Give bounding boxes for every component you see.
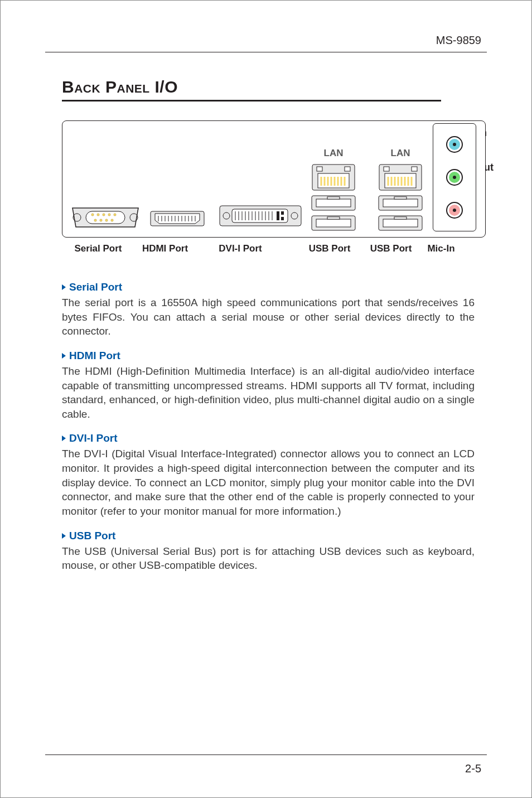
audio-jack-blue-icon bbox=[446, 136, 463, 153]
svg-rect-44 bbox=[281, 211, 284, 215]
svg-rect-60 bbox=[327, 197, 340, 199]
serial-port-icon bbox=[69, 200, 142, 231]
label-usb-2: USB Port bbox=[363, 243, 419, 254]
lan-usb-block-1: LAN bbox=[303, 131, 364, 231]
lan-usb-block-2: LAN bbox=[370, 131, 431, 231]
bullet-arrow-icon bbox=[62, 353, 66, 359]
lan-label-2: LAN bbox=[391, 148, 410, 159]
svg-point-84 bbox=[453, 143, 456, 146]
heading-hdmi: HDMI Port bbox=[62, 350, 475, 362]
para-hdmi: The HDMI (High-Definition Multimedia Int… bbox=[62, 364, 475, 422]
svg-rect-59 bbox=[316, 199, 351, 207]
svg-point-11 bbox=[105, 219, 108, 221]
heading-usb: USB Port bbox=[62, 530, 475, 542]
svg-point-10 bbox=[100, 219, 102, 221]
model-number: MS-9859 bbox=[436, 34, 481, 47]
heading-usb-text: USB Port bbox=[69, 530, 115, 542]
svg-rect-66 bbox=[412, 167, 417, 171]
dvi-i-port-icon bbox=[219, 204, 302, 228]
rj45-lan-icon bbox=[378, 163, 423, 191]
heading-dvi-text: DVI-I Port bbox=[69, 432, 118, 444]
svg-rect-77 bbox=[383, 199, 418, 207]
svg-rect-80 bbox=[383, 219, 418, 227]
label-mic: Mic-In bbox=[419, 243, 463, 254]
body-text: Serial Port The serial port is a 16550A … bbox=[62, 281, 475, 573]
svg-rect-3 bbox=[86, 211, 125, 224]
page: MS-9859 Back Panel I/O Line-In Line-Out bbox=[0, 0, 532, 798]
svg-rect-45 bbox=[281, 217, 284, 220]
svg-point-7 bbox=[108, 214, 110, 216]
para-usb: The USB (Universal Serial Bus) port is f… bbox=[62, 544, 475, 573]
svg-rect-63 bbox=[327, 217, 340, 219]
svg-point-6 bbox=[103, 214, 105, 216]
para-dvi: The DVI-I (Digital Visual Interface-Inte… bbox=[62, 447, 475, 518]
footer-rule bbox=[45, 755, 487, 755]
label-dvi: DVI-I Port bbox=[196, 243, 285, 254]
back-panel-diagram: LAN bbox=[62, 120, 486, 238]
svg-point-5 bbox=[97, 214, 99, 216]
svg-point-87 bbox=[453, 176, 456, 179]
bullet-arrow-icon bbox=[62, 533, 66, 539]
svg-point-90 bbox=[453, 209, 456, 212]
header-rule bbox=[45, 52, 487, 52]
svg-rect-62 bbox=[316, 219, 351, 227]
svg-rect-65 bbox=[384, 167, 389, 171]
audio-jack-green-icon bbox=[446, 168, 463, 186]
rj45-lan-icon bbox=[311, 163, 356, 191]
back-panel-diagram-block: Line-In Line-Out bbox=[62, 120, 487, 254]
label-serial: Serial Port bbox=[62, 243, 134, 254]
usb-port-icon bbox=[311, 195, 356, 211]
svg-point-12 bbox=[111, 219, 113, 221]
label-usb-1: USB Port bbox=[296, 243, 363, 254]
bullet-arrow-icon bbox=[62, 284, 66, 290]
svg-point-9 bbox=[94, 219, 96, 221]
audio-jack-pink-icon bbox=[446, 201, 463, 219]
usb-port-icon bbox=[378, 215, 423, 231]
heading-serial: Serial Port bbox=[62, 281, 475, 293]
usb-port-icon bbox=[311, 215, 356, 231]
heading-hdmi-text: HDMI Port bbox=[69, 350, 120, 362]
heading-serial-text: Serial Port bbox=[69, 281, 122, 293]
svg-rect-81 bbox=[394, 217, 407, 219]
svg-point-8 bbox=[114, 214, 116, 216]
audio-jack-block bbox=[433, 123, 476, 231]
page-number: 2-5 bbox=[465, 762, 481, 775]
port-labels-row: Serial Port HDMI Port DVI-I Port USB Por… bbox=[62, 243, 497, 254]
section-title: Back Panel I/O bbox=[62, 78, 487, 96]
heading-dvi: DVI-I Port bbox=[62, 432, 475, 444]
svg-rect-47 bbox=[317, 167, 322, 171]
svg-rect-48 bbox=[345, 167, 350, 171]
svg-rect-78 bbox=[394, 197, 407, 199]
svg-rect-43 bbox=[277, 211, 279, 220]
hdmi-port-icon bbox=[149, 210, 205, 227]
label-hdmi: HDMI Port bbox=[134, 243, 196, 254]
bullet-arrow-icon bbox=[62, 436, 66, 441]
para-serial: The serial port is a 16550A high speed c… bbox=[62, 296, 475, 338]
lan-label-1: LAN bbox=[324, 148, 344, 159]
usb-port-icon bbox=[378, 195, 423, 211]
section-title-rule bbox=[62, 100, 441, 101]
svg-point-4 bbox=[91, 214, 94, 216]
